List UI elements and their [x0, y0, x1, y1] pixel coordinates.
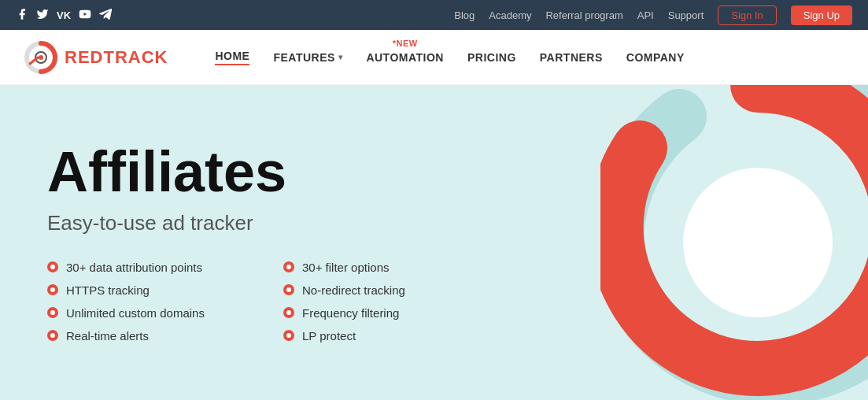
features-list: 30+ data attribution points HTTPS tracki…: [47, 261, 488, 343]
feature-item: Unlimited custom domains: [47, 306, 252, 320]
logo-black: TRACK: [103, 47, 168, 67]
telegram-icon[interactable]: [99, 8, 112, 23]
vk-icon[interactable]: VK: [57, 9, 71, 21]
feature-label: 30+ data attribution points: [66, 261, 202, 274]
feature-label: HTTPS tracking: [66, 283, 150, 297]
feature-label: Unlimited custom domains: [66, 306, 205, 320]
nav-features[interactable]: FEATURES ▾: [273, 51, 342, 64]
nav-pricing[interactable]: PRICING: [467, 51, 516, 64]
hero-visual: [600, 85, 868, 400]
feature-item: Frequency filtering: [283, 306, 488, 320]
feature-label: Real-time alerts: [66, 329, 149, 343]
api-link[interactable]: API: [637, 9, 654, 21]
hero-subtitle: Easy-to-use ad tracker: [47, 211, 488, 235]
logo-text: REDTRACK: [65, 47, 168, 68]
bullet-icon: [47, 261, 58, 272]
hero-section: Affiliates Easy-to-use ad tracker 30+ da…: [0, 85, 868, 400]
bullet-icon: [47, 307, 58, 318]
bullet-icon: [47, 330, 58, 341]
feature-item: LP protect: [283, 329, 488, 343]
facebook-icon[interactable]: [16, 8, 28, 23]
features-dropdown-icon: ▾: [338, 53, 343, 61]
referral-link[interactable]: Referral program: [545, 9, 622, 21]
nav-bar: REDTRACK HOME FEATURES ▾ *NEW AUTOMATION…: [0, 30, 868, 85]
feature-label: 30+ filter options: [302, 261, 390, 274]
logo-red: RED: [65, 47, 103, 67]
feature-label: No-redirect tracking: [302, 283, 405, 297]
bullet-icon: [47, 284, 58, 295]
bullet-icon: [283, 284, 294, 295]
academy-link[interactable]: Academy: [489, 9, 531, 21]
top-nav-links: Blog Academy Referral program API Suppor…: [454, 6, 852, 25]
nav-home[interactable]: HOME: [215, 50, 249, 65]
top-bar: VK Blog Academy Referral program API Sup…: [0, 0, 868, 30]
social-links: VK: [16, 8, 112, 23]
feature-item: Real-time alerts: [47, 329, 252, 343]
bullet-icon: [283, 330, 294, 341]
bullet-icon: [283, 261, 294, 272]
bullet-icon: [283, 307, 294, 318]
nav-automation[interactable]: *NEW AUTOMATION: [366, 51, 444, 64]
feature-label: Frequency filtering: [302, 306, 399, 320]
twitter-icon[interactable]: [36, 8, 49, 23]
svg-point-4: [683, 168, 833, 317]
feature-label: LP protect: [302, 329, 356, 343]
signup-button[interactable]: Sign Up: [791, 6, 852, 25]
features-right: 30+ filter options No-redirect tracking …: [283, 261, 488, 343]
hero-content: Affiliates Easy-to-use ad tracker 30+ da…: [47, 143, 488, 343]
nav-partners[interactable]: PARTNERS: [540, 51, 603, 64]
support-link[interactable]: Support: [668, 9, 704, 21]
svg-point-3: [39, 55, 43, 60]
blog-link[interactable]: Blog: [454, 9, 475, 21]
feature-item: HTTPS tracking: [47, 283, 252, 297]
feature-item: 30+ data attribution points: [47, 261, 252, 274]
youtube-icon[interactable]: [79, 8, 91, 23]
signin-button[interactable]: Sign In: [718, 6, 776, 25]
features-left: 30+ data attribution points HTTPS tracki…: [47, 261, 252, 343]
donut-chart: [600, 85, 868, 400]
feature-item: No-redirect tracking: [283, 283, 488, 297]
feature-item: 30+ filter options: [283, 261, 488, 274]
logo-icon: [24, 40, 58, 75]
hero-title: Affiliates: [47, 143, 488, 200]
nav-company[interactable]: COMPANY: [626, 51, 685, 64]
logo[interactable]: REDTRACK: [24, 40, 168, 75]
main-nav: HOME FEATURES ▾ *NEW AUTOMATION PRICING …: [215, 50, 844, 65]
new-badge: *NEW: [393, 39, 418, 48]
